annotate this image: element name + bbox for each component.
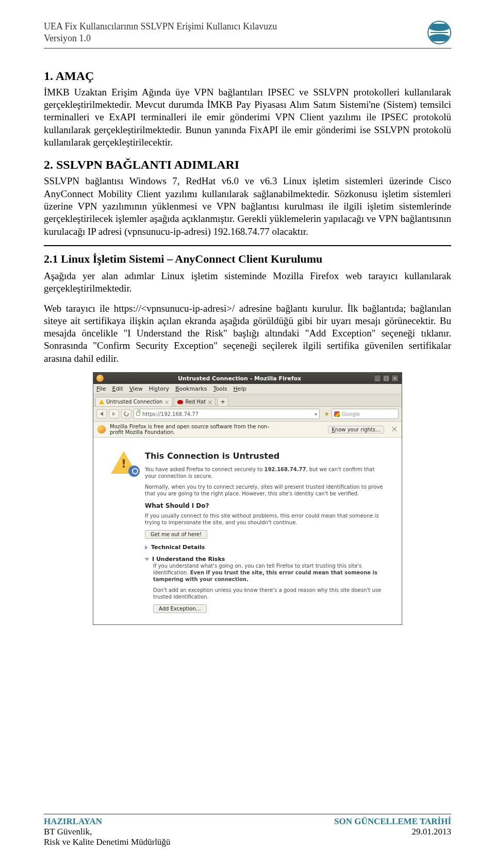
reload-icon bbox=[123, 410, 130, 417]
section-1-heading: 1. AMAÇ bbox=[44, 69, 451, 83]
lock-icon bbox=[136, 412, 140, 416]
reload-button[interactable] bbox=[121, 409, 131, 419]
infobar-close-icon[interactable] bbox=[391, 426, 398, 432]
tab-redhat[interactable]: Red Hat bbox=[174, 397, 216, 406]
menu-help[interactable]: Help bbox=[234, 385, 246, 392]
menu-tools[interactable]: Tools bbox=[213, 385, 227, 392]
section-2-1-paragraph-2: Web tarayıcı ile https://<vpnsunucu-ip-a… bbox=[44, 302, 451, 365]
what-should-heading: What Should I Do? bbox=[145, 502, 384, 509]
search-placeholder: Google bbox=[342, 411, 360, 417]
new-tab-button[interactable]: + bbox=[217, 397, 228, 406]
section-2-heading: 2. SSLVPN BAĞLANTI ADIMLARI bbox=[44, 158, 451, 172]
tab-untrusted[interactable]: Untrusted Connection bbox=[95, 397, 172, 406]
redhat-icon bbox=[177, 400, 183, 404]
risks-p2: Don't add an exception unless you know t… bbox=[153, 587, 384, 600]
technical-details-expander[interactable]: Technical Details bbox=[145, 544, 384, 551]
close-button[interactable]: × bbox=[391, 375, 399, 382]
menu-edit[interactable]: Edit bbox=[112, 385, 123, 392]
firefox-icon bbox=[96, 375, 104, 382]
section-2-1-heading: 2.1 Linux İşletim Sistemi – AnyConnect C… bbox=[44, 252, 451, 266]
footer-right-label: SON GÜNCELLEME TARİHİ bbox=[334, 816, 451, 827]
back-button[interactable] bbox=[96, 409, 107, 419]
forward-button[interactable] bbox=[109, 409, 119, 419]
technical-details-label: Technical Details bbox=[151, 544, 205, 551]
add-exception-button[interactable]: Add Exception… bbox=[153, 604, 207, 613]
firefox-icon bbox=[97, 425, 106, 433]
untrusted-heading: This Connection is Untrusted bbox=[145, 451, 384, 461]
get-out-button[interactable]: Get me out of here! bbox=[145, 530, 207, 539]
tab-1-label: Untrusted Connection bbox=[106, 399, 162, 405]
untrusted-p2: Normally, when you try to connect secure… bbox=[145, 484, 384, 497]
chevron-down-icon bbox=[145, 558, 149, 561]
dropdown-icon[interactable]: ▾ bbox=[315, 411, 317, 417]
divider bbox=[44, 245, 451, 246]
tab-close-icon[interactable] bbox=[164, 400, 169, 405]
page-footer: HAZIRLAYAN BT Güvenlik, Risk ve Kalite D… bbox=[44, 814, 451, 847]
menubar: File Edit View History Bookmarks Tools H… bbox=[93, 384, 402, 394]
page-header: UEA Fix Kullanıcılarının SSLVPN Erişimi … bbox=[44, 21, 451, 49]
footer-left-label: HAZIRLAYAN bbox=[44, 816, 171, 827]
tab-close-icon[interactable] bbox=[208, 400, 212, 405]
header-line1: UEA Fix Kullanıcılarının SSLVPN Erişimi … bbox=[44, 21, 277, 33]
footer-left: HAZIRLAYAN BT Güvenlik, Risk ve Kalite D… bbox=[44, 816, 171, 847]
infobar: Mozilla Firefox is free and open source … bbox=[93, 422, 402, 438]
bookmark-star-icon[interactable]: ★ bbox=[324, 410, 329, 417]
footer-right-line1: 29.01.2013 bbox=[334, 827, 451, 837]
header-text: UEA Fix Kullanıcılarının SSLVPN Erişimi … bbox=[44, 21, 277, 45]
chevron-right-icon bbox=[145, 545, 148, 550]
footer-left-line1: BT Güvenlik, bbox=[44, 827, 171, 837]
know-rights-button[interactable]: Know your rights… bbox=[328, 426, 384, 433]
untrusted-p3: If you usually connect to this site with… bbox=[145, 512, 384, 526]
maximize-button[interactable]: □ bbox=[383, 375, 390, 382]
company-logo-icon bbox=[427, 21, 451, 44]
understand-risks-expander[interactable]: I Understand the Risks bbox=[145, 556, 384, 562]
arrow-right-icon bbox=[112, 412, 116, 416]
big-warning-icon: ! bbox=[111, 451, 137, 474]
window-title: Untrusted Connection - Mozilla Firefox bbox=[107, 375, 372, 382]
tabbar: Untrusted Connection Red Hat + bbox=[93, 394, 402, 407]
menu-history[interactable]: History bbox=[149, 385, 169, 392]
search-input[interactable]: Google bbox=[332, 409, 399, 419]
tab-2-label: Red Hat bbox=[185, 399, 206, 405]
firefox-window: Untrusted Connection - Mozilla Firefox _… bbox=[93, 372, 402, 625]
warning-icon bbox=[99, 399, 104, 404]
section-1-paragraph: İMKB Uzaktan Erişim Ağında üye VPN bağla… bbox=[44, 86, 451, 149]
google-icon bbox=[334, 411, 340, 417]
header-line2: Versiyon 1.0 bbox=[44, 33, 277, 44]
titlebar[interactable]: Untrusted Connection - Mozilla Firefox _… bbox=[93, 373, 402, 384]
page-content: ! This Connection is Untrusted You have … bbox=[93, 438, 402, 624]
untrusted-p1: You have asked Firefox to connect secure… bbox=[145, 466, 384, 479]
understand-risks-label: I Understand the Risks bbox=[152, 556, 225, 562]
arrow-left-icon bbox=[100, 412, 103, 416]
section-2-paragraph: SSLVPN bağlantısı Windows 7, RedHat v6.0… bbox=[44, 175, 451, 238]
menu-view[interactable]: View bbox=[129, 385, 143, 392]
infobar-text: Mozilla Firefox is free and open source … bbox=[110, 424, 280, 435]
navbar: https://192.168.74.77 ▾ ★ Google bbox=[93, 407, 402, 422]
footer-right: SON GÜNCELLEME TARİHİ 29.01.2013 bbox=[334, 816, 451, 847]
section-2-1-paragraph-1: Aşağıda yer alan adımlar Linux işletim s… bbox=[44, 270, 451, 295]
minimize-button[interactable]: _ bbox=[374, 375, 381, 382]
url-text: https://192.168.74.77 bbox=[142, 411, 199, 417]
footer-left-line2: Risk ve Kalite Denetimi Müdürlüğü bbox=[44, 837, 171, 847]
risks-p1: If you understand what's going on, you c… bbox=[153, 562, 384, 583]
menu-file[interactable]: File bbox=[96, 385, 106, 392]
menu-bookmarks[interactable]: Bookmarks bbox=[175, 385, 207, 392]
url-input[interactable]: https://192.168.74.77 ▾ bbox=[134, 409, 320, 419]
